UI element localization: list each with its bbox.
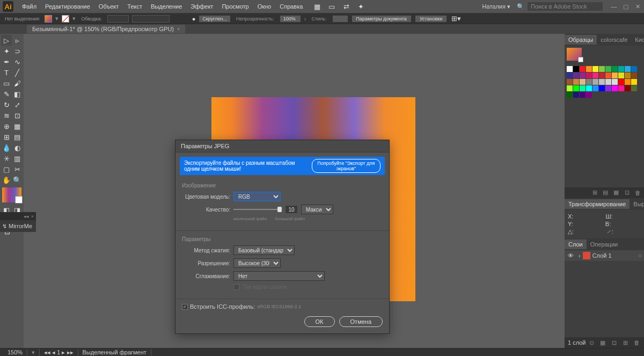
stroke-width-input[interactable] <box>107 15 129 23</box>
mirrorme-panel[interactable]: ↯MirrorMe <box>0 220 36 232</box>
swatch[interactable] <box>599 66 605 72</box>
resolution-select[interactable]: Высокое (300 ppi) <box>233 258 281 268</box>
artboard-nav[interactable]: ◂◂ ◂ 1 ▸ ▸▸ <box>40 349 78 356</box>
swatch[interactable] <box>573 66 579 72</box>
swatch[interactable] <box>625 66 631 72</box>
transform-tab[interactable]: Трансформирование <box>565 199 630 209</box>
magic-wand-tool-icon[interactable]: ✦ <box>1 46 12 56</box>
swatch[interactable] <box>612 66 618 72</box>
quality-slider[interactable] <box>233 209 282 210</box>
swatch[interactable] <box>631 79 637 85</box>
make-clip-icon[interactable]: ▦ <box>598 338 607 347</box>
blend-tool-icon[interactable]: ◐ <box>12 142 23 153</box>
colorscafe-tab[interactable]: colorscafe <box>597 35 631 45</box>
swatch[interactable] <box>631 72 637 78</box>
swatch[interactable] <box>567 85 573 91</box>
close-mirrorme-icon[interactable]: × <box>31 214 34 219</box>
swatch[interactable] <box>625 85 631 91</box>
swatch[interactable] <box>586 85 592 91</box>
minimize-icon[interactable]: — <box>610 3 618 10</box>
try-export-screens-button[interactable]: Попробуйте "Экспорт для экранов" <box>312 159 380 173</box>
menu-select[interactable]: Выделение <box>147 3 186 10</box>
prefs-icon[interactable]: ⊞▾ <box>450 13 462 24</box>
swatch[interactable] <box>592 66 598 72</box>
eyedropper-tool-icon[interactable]: 💧 <box>1 142 12 153</box>
swatch[interactable] <box>586 79 592 85</box>
align-tab[interactable]: Выравни <box>630 199 644 209</box>
search-input[interactable]: Поиск в Adobe Stock <box>528 2 603 11</box>
swatch[interactable] <box>618 85 624 91</box>
stock-icon[interactable]: ⇄ <box>340 1 352 12</box>
mirrorme-tab-header[interactable]: ◂◂ × <box>0 212 36 220</box>
width-tool-icon[interactable]: ≋ <box>1 110 12 121</box>
rotate-tool-icon[interactable]: ↻ <box>1 99 12 110</box>
layers-tab[interactable]: Слои <box>565 239 587 249</box>
swatch[interactable] <box>599 79 605 85</box>
visibility-icon[interactable]: 👁 <box>567 252 574 259</box>
eraser-tool-icon[interactable]: ◧ <box>12 89 23 99</box>
menu-icon[interactable]: ▤ <box>601 188 610 197</box>
document-tab[interactable]: Безымянный-1* @ 150% (RGB/Предпросмотр G… <box>27 25 185 33</box>
gradient-tool-icon[interactable]: ▤ <box>12 132 23 142</box>
swatch[interactable] <box>618 79 624 85</box>
close-icon[interactable]: ✕ <box>634 3 641 10</box>
swatch[interactable] <box>618 66 624 72</box>
cancel-button[interactable]: Отмена <box>339 316 383 327</box>
swatch[interactable] <box>567 72 573 78</box>
swatch[interactable] <box>612 79 618 85</box>
dashboard-icon[interactable]: ▦ <box>311 1 323 12</box>
delete-swatch-icon[interactable]: 🗑 <box>633 188 642 197</box>
style-dropdown[interactable] <box>332 15 348 23</box>
rectangle-tool-icon[interactable]: ▭ <box>1 78 12 89</box>
roundness-dropdown[interactable]: Скруглен... <box>199 15 231 23</box>
swatch[interactable] <box>612 85 618 91</box>
swatch[interactable] <box>580 92 586 98</box>
direct-selection-tool-icon[interactable]: ▹ <box>12 35 23 46</box>
swatch[interactable] <box>605 79 611 85</box>
swatch[interactable] <box>599 72 605 78</box>
swatch[interactable] <box>580 66 586 72</box>
line-tool-icon[interactable]: ╱ <box>12 67 23 78</box>
doc-params-button[interactable]: Параметры документа <box>352 15 412 23</box>
swatches-grid[interactable] <box>565 64 644 100</box>
swatch[interactable] <box>625 79 631 85</box>
menu-help[interactable]: Справка <box>275 3 307 10</box>
new-swatch-icon[interactable]: ⊡ <box>623 188 631 197</box>
layer-name[interactable]: Слой 1 <box>592 252 612 259</box>
icc-profile-checkbox[interactable]: ✓ <box>182 304 188 310</box>
locate-icon[interactable]: ⊙ <box>587 338 596 347</box>
shaper-tool-icon[interactable]: ✎ <box>1 89 12 99</box>
swatch[interactable] <box>625 72 631 78</box>
new-layer-icon[interactable]: ⊞ <box>621 338 630 347</box>
fill-stroke-swatch[interactable] <box>2 187 21 202</box>
ok-button[interactable]: ОК <box>304 316 335 327</box>
swatch[interactable] <box>605 72 611 78</box>
zoom-level[interactable]: 150% <box>3 349 27 355</box>
color-model-select[interactable]: RGB <box>233 192 281 201</box>
swatch[interactable] <box>580 79 586 85</box>
close-tab-icon[interactable]: × <box>177 26 180 32</box>
swatch[interactable] <box>586 66 592 72</box>
menu-window[interactable]: Окно <box>253 3 276 10</box>
quality-input[interactable] <box>285 205 298 214</box>
paintbrush-tool-icon[interactable]: 🖌 <box>12 78 23 89</box>
slice-tool-icon[interactable]: ✂ <box>12 164 23 175</box>
symbol-sprayer-tool-icon[interactable]: ⚹ <box>1 153 12 164</box>
swatch[interactable] <box>592 72 598 78</box>
user-dropdown[interactable]: Наталия ▾ <box>479 2 514 11</box>
library-icon[interactable]: ⊞ <box>590 188 599 197</box>
curvature-tool-icon[interactable]: ∿ <box>12 56 23 67</box>
menu-view[interactable]: Просмотр <box>217 3 253 10</box>
pen-tool-icon[interactable]: ✒ <box>1 56 12 67</box>
swatch[interactable] <box>586 72 592 78</box>
brushes-tab[interactable]: Кисти <box>631 35 644 45</box>
stroke-swatch[interactable] <box>62 15 69 23</box>
gpu-icon[interactable]: ✦ <box>355 1 367 12</box>
swatch[interactable] <box>612 72 618 78</box>
free-transform-tool-icon[interactable]: ⊡ <box>12 110 23 121</box>
swatch[interactable] <box>573 92 579 98</box>
menu-object[interactable]: Объект <box>94 3 123 10</box>
menu-text[interactable]: Текст <box>123 3 147 10</box>
swatch[interactable] <box>567 66 573 72</box>
fill-swatch[interactable] <box>45 15 52 23</box>
